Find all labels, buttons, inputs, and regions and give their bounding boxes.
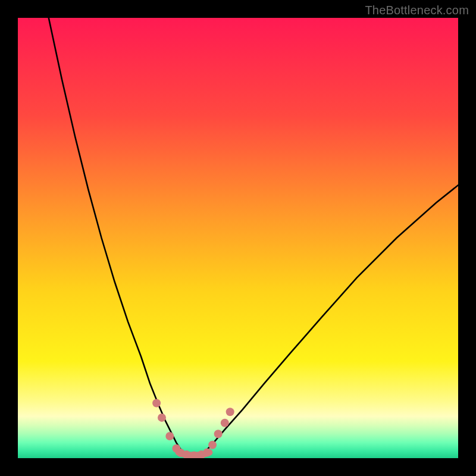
valley-dot [158,414,166,422]
valley-dot [214,430,223,438]
valley-dot [208,441,217,449]
plot-area [18,18,458,458]
valley-dot [152,399,161,408]
valley-markers [152,399,234,459]
curves-layer [18,18,458,458]
series-right-curve [203,185,458,453]
watermark-text: TheBottleneck.com [365,4,469,17]
series-left-curve [49,18,185,454]
valley-dot [221,419,229,427]
valley-dot [203,448,211,456]
valley-dot [165,432,174,440]
valley-dot [226,408,234,416]
chart-frame: TheBottleneck.com [0,0,476,476]
series-lines [49,18,458,454]
